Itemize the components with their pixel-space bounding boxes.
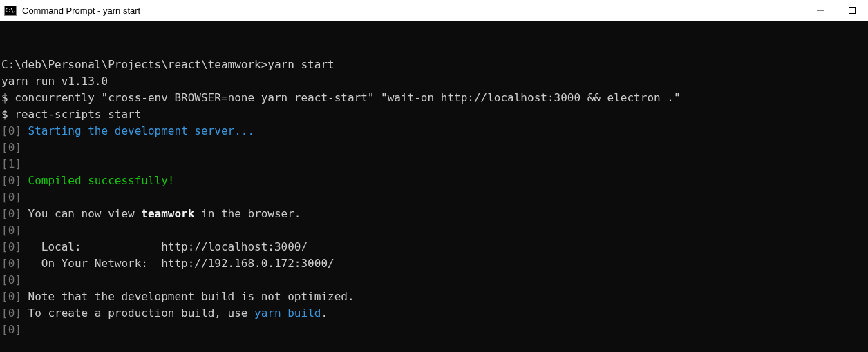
prompt-path: C:\deb\Personal\Projects\react\teamwork> [1, 58, 267, 71]
cmd-icon: C:\. [4, 6, 17, 16]
window-title: Command Prompt - yarn start [22, 6, 804, 16]
process-index-0: [0] [1, 273, 21, 286]
yarn-run-line: yarn run v1.13.0 [1, 75, 108, 88]
process-index-0: [0] [1, 124, 21, 137]
window-buttons [804, 0, 868, 21]
maximize-button[interactable] [836, 0, 868, 21]
process-index-0: [0] [1, 224, 21, 237]
process-index-0: [0] [1, 323, 21, 336]
process-index-0: [0] [1, 257, 21, 270]
prompt-command: yarn start [267, 58, 334, 71]
process-index-0: [0] [1, 240, 21, 253]
concurrently-line: $ concurrently "cross-env BROWSER=none y… [1, 91, 681, 104]
prod-build-pre: To create a production build, use [21, 306, 254, 320]
view-msg-appname: teamwork [141, 207, 194, 220]
starting-server-msg: Starting the development server... [21, 124, 254, 137]
process-index-1: [1] [1, 157, 21, 170]
process-index-0: [0] [1, 174, 21, 187]
process-index-0: [0] [1, 306, 21, 320]
prod-build-cmd: yarn build [254, 306, 321, 320]
svg-rect-1 [849, 8, 856, 14]
network-url-line: On Your Network: http://192.168.0.172:30… [21, 257, 334, 270]
window-titlebar: C:\. Command Prompt - yarn start [0, 0, 868, 21]
process-index-0: [0] [1, 190, 21, 204]
view-msg-post: in the browser. [194, 207, 301, 220]
view-msg-pre: You can now view [21, 207, 141, 220]
process-index-0: [0] [1, 207, 21, 220]
process-index-0: [0] [1, 290, 21, 303]
local-url-line: Local: http://localhost:3000/ [21, 240, 308, 253]
react-scripts-line: $ react-scripts start [1, 108, 141, 121]
note-line: Note that the development build is not o… [21, 290, 355, 303]
prod-build-post: . [321, 306, 328, 320]
compiled-success-msg: Compiled successfully! [21, 174, 175, 187]
terminal-output[interactable]: C:\deb\Personal\Projects\react\teamwork>… [0, 21, 868, 352]
minimize-button[interactable] [804, 0, 836, 21]
process-index-0: [0] [1, 141, 21, 154]
